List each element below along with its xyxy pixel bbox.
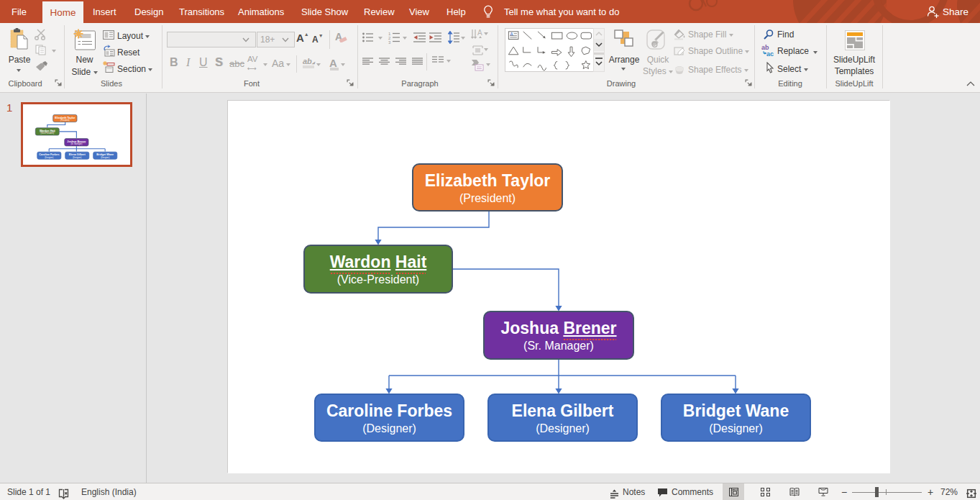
svg-text:ac: ac bbox=[766, 50, 774, 57]
svg-text:A: A bbox=[477, 29, 482, 37]
svg-text:3: 3 bbox=[388, 40, 391, 44]
